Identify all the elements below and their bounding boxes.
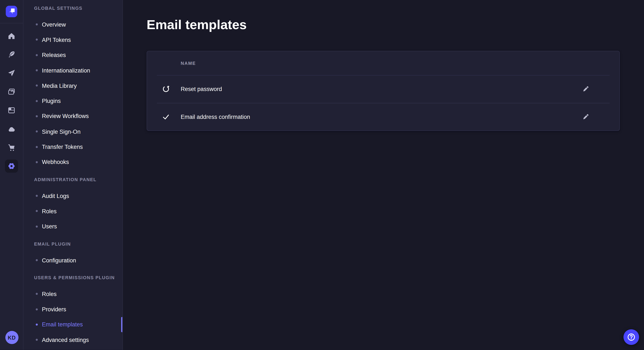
layout-builder-icon[interactable] (0, 101, 23, 120)
sidebar-item-label: Providers (42, 306, 66, 313)
bullet-icon (36, 131, 38, 133)
bullet-icon (36, 39, 38, 41)
bullet-icon (36, 54, 38, 56)
sidebar-item-label: Roles (42, 208, 57, 214)
bullet-icon (36, 308, 38, 311)
sidebar-item-releases[interactable]: Releases (24, 47, 122, 63)
media-library-icon[interactable] (0, 82, 23, 101)
sidebar-item-internationalization[interactable]: Internationalization (24, 63, 122, 78)
bullet-icon (36, 339, 38, 341)
table-row-email-address-confirmation[interactable]: Email address confirmation (147, 103, 619, 130)
help-button[interactable] (624, 329, 639, 345)
avatar[interactable]: KD (5, 331, 18, 344)
bullet-icon (36, 195, 38, 197)
sidebar-item-transfer-tokens[interactable]: Transfer Tokens (24, 139, 122, 155)
sidebar-item-overview[interactable]: Overview (24, 17, 122, 32)
section-heading-users-permissions-plugin: USERS & PERMISSIONS PLUGIN (34, 275, 122, 281)
sidebar-item-media-library[interactable]: Media Library (24, 78, 122, 93)
strapi-settings-page: KD GLOBAL SETTINGS Overview API Tokens R… (0, 0, 644, 350)
bullet-icon (36, 146, 38, 148)
sidebar-item-label: API Tokens (42, 37, 71, 43)
section-heading-email-plugin: EMAIL PLUGIN (34, 241, 122, 247)
bullet-icon (36, 293, 38, 295)
sidebar-item-label: Webhooks (42, 159, 69, 166)
section-heading-global-settings: GLOBAL SETTINGS (34, 5, 122, 11)
table-header-row: NAME (147, 51, 619, 75)
home-icon[interactable] (0, 26, 23, 45)
bullet-icon (36, 85, 38, 87)
sidebar-item-webhooks[interactable]: Webhooks (24, 154, 122, 170)
content-feather-icon[interactable] (0, 45, 23, 64)
sidebar-item-label: Transfer Tokens (42, 144, 83, 150)
sidebar-item-email-templates[interactable]: Email templates (24, 317, 122, 332)
settings-sidebar: GLOBAL SETTINGS Overview API Tokens Rele… (24, 0, 123, 350)
edit-button[interactable] (580, 83, 592, 95)
bullet-icon (36, 69, 38, 71)
bullet-icon (36, 161, 38, 163)
sidebar-item-label: Roles (42, 291, 57, 297)
sidebar-item-label: Configuration (42, 257, 76, 263)
column-header-name: NAME (181, 61, 196, 65)
sidebar-item-api-tokens[interactable]: API Tokens (24, 32, 122, 47)
sidebar-item-plugins[interactable]: Plugins (24, 93, 122, 109)
sidebar-item-label: Users (42, 223, 57, 230)
sidebar-item-audit-logs[interactable]: Audit Logs (24, 188, 122, 203)
page-title: Email templates (146, 16, 644, 33)
workspace-iconbar: KD (0, 0, 24, 350)
sidebar-item-label: Single Sign-On (42, 128, 81, 135)
sidebar-item-label: Media Library (42, 82, 77, 89)
refresh-icon (162, 85, 170, 93)
email-templates-table: NAME Reset password Email address confir… (146, 51, 620, 131)
sidebar-item-label: Internationalization (42, 67, 90, 74)
sidebar-item-label: Advanced settings (42, 337, 89, 343)
check-icon (162, 113, 170, 121)
settings-gear-icon[interactable] (5, 160, 18, 173)
bullet-icon (36, 115, 38, 117)
sidebar-item-up-roles[interactable]: Roles (24, 286, 122, 302)
sidebar-item-label: Email templates (42, 321, 83, 328)
sidebar-item-label: Review Workflows (42, 113, 89, 120)
bullet-icon (36, 225, 38, 227)
send-plane-icon[interactable] (0, 64, 23, 82)
section-heading-administration-panel: ADMINISTRATION PANEL (34, 176, 122, 183)
sidebar-item-label: Audit Logs (42, 193, 69, 199)
edit-button[interactable] (580, 111, 592, 123)
sidebar-item-admin-users[interactable]: Users (24, 219, 122, 234)
bullet-icon (36, 259, 38, 261)
sidebar-item-review-workflows[interactable]: Review Workflows (24, 109, 122, 124)
sidebar-item-label: Releases (42, 52, 66, 58)
sidebar-item-email-configuration[interactable]: Configuration (24, 253, 122, 268)
template-name: Reset password (181, 86, 580, 93)
sidebar-item-label: Plugins (42, 98, 61, 104)
strapi-logo-icon[interactable] (6, 6, 17, 17)
cloud-icon[interactable] (0, 120, 23, 138)
logo-area (0, 0, 23, 23)
sidebar-item-admin-roles[interactable]: Roles (24, 203, 122, 219)
marketplace-cart-icon[interactable] (0, 138, 23, 157)
sidebar-item-label: Overview (42, 21, 66, 28)
bullet-icon (36, 100, 38, 102)
template-name: Email address confirmation (181, 114, 580, 120)
sidebar-item-single-sign-on[interactable]: Single Sign-On (24, 124, 122, 139)
sidebar-item-providers[interactable]: Providers (24, 302, 122, 317)
bullet-icon (36, 324, 38, 326)
table-row-reset-password[interactable]: Reset password (147, 75, 619, 103)
main-content: Email templates NAME Reset password (123, 0, 644, 350)
settings-gear-slot[interactable] (0, 157, 23, 176)
bullet-icon (36, 23, 38, 25)
sidebar-item-advanced-settings[interactable]: Advanced settings (24, 332, 122, 348)
bullet-icon (36, 210, 38, 212)
